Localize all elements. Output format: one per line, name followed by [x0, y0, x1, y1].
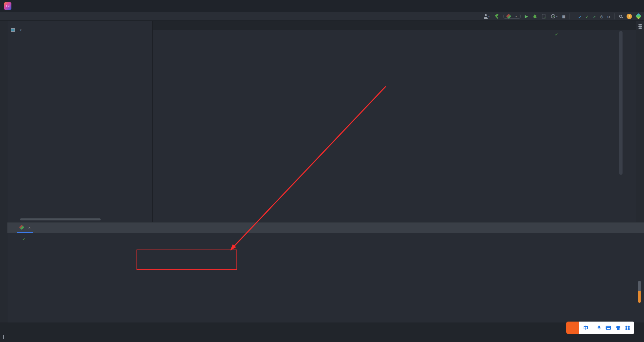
inspections-ok-icon: ✓ — [555, 31, 558, 37]
ide-window: IJ ▾ ▾ ▶ ▾ ■ — [0, 0, 644, 342]
close-icon[interactable]: ✕ — [28, 225, 31, 230]
git-rollback-button[interactable]: ↺ — [607, 14, 610, 19]
junit-icon — [19, 225, 24, 230]
horizontal-scrollbar[interactable] — [20, 218, 101, 220]
toolbar-divider — [614, 13, 615, 19]
right-tool-stripe — [636, 21, 644, 222]
ime-chinese-icon[interactable] — [583, 325, 588, 331]
run-tool-window: ✕ ✓ — [7, 222, 644, 323]
run-tab[interactable]: ✕ — [17, 222, 33, 233]
main-toolbar: ▾ ▾ ▶ ▾ ■ ↙ ✓ ↗ ◷ ↺ — [483, 12, 641, 21]
database-icon — [638, 24, 642, 29]
git-commit-button[interactable]: ✓ — [586, 14, 588, 19]
code-area[interactable]: ✓ — [153, 30, 636, 222]
stop-button[interactable]: ■ — [562, 14, 565, 19]
menu-bar: IJ — [0, 0, 644, 12]
coverage-button[interactable] — [542, 14, 546, 19]
update-available-icon[interactable]: ↑ — [627, 14, 632, 19]
run-panel-header: ✕ — [7, 222, 644, 233]
debug-button[interactable] — [532, 14, 537, 19]
git-update-button[interactable]: ↙ — [579, 14, 581, 19]
ime-mic-icon[interactable] — [597, 325, 601, 331]
editor-scrollbar[interactable] — [619, 31, 623, 175]
editor: ✓ — [153, 21, 636, 222]
layout-icon[interactable] — [3, 335, 7, 339]
ime-toolbox-icon[interactable] — [625, 326, 630, 330]
sogou-logo-icon[interactable] — [566, 322, 581, 334]
test-toolbar: ✓ — [7, 233, 644, 245]
ime-bar — [566, 322, 634, 334]
chevron-down-icon: ▾ — [515, 14, 517, 18]
chevron-down-icon[interactable]: ▾ — [20, 28, 22, 32]
tool-window-bar — [0, 323, 644, 332]
run-button[interactable]: ▶ — [525, 13, 528, 19]
navigation-bar: ▾ ▾ ▶ ▾ ■ ↙ ✓ ↗ ◷ ↺ — [0, 12, 644, 21]
editor-tabs — [153, 21, 636, 30]
inspections-widget[interactable]: ✓ — [555, 31, 569, 37]
git-history-button[interactable]: ◷ — [600, 14, 603, 19]
intellij-logo-icon: IJ — [4, 2, 11, 10]
tests-passed-icon: ✓ — [22, 236, 25, 242]
project-panel: ▾ — [7, 21, 153, 222]
toolbar-divider — [570, 13, 570, 19]
test-tree — [18, 245, 136, 323]
console-scrollbar[interactable] — [638, 281, 641, 303]
console-output[interactable] — [136, 245, 644, 323]
project-panel-header: ▾ — [7, 25, 152, 35]
build-hammer-icon[interactable] — [494, 14, 499, 19]
git-push-button[interactable]: ↗ — [593, 14, 596, 19]
search-everywhere-icon[interactable] — [619, 15, 622, 18]
status-bar — [0, 332, 644, 342]
plugin-logo-icon — [635, 13, 641, 19]
junit-icon — [506, 14, 511, 19]
ime-keyboard-icon[interactable] — [605, 326, 611, 330]
run-configuration-select[interactable]: ▾ — [503, 14, 521, 19]
profiler-button[interactable]: ▾ — [551, 14, 558, 19]
left-tool-stripe — [0, 21, 7, 323]
user-icon[interactable]: ▾ — [483, 14, 490, 19]
project-view-icon — [11, 28, 15, 32]
ime-skin-icon[interactable] — [615, 326, 621, 330]
